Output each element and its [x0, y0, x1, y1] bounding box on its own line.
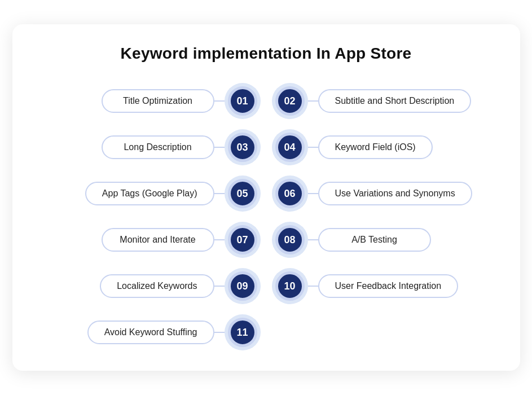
right-cell-2: 06 Use Variations and Synonyms: [266, 175, 498, 212]
connector: [308, 193, 318, 194]
connector: [214, 193, 225, 194]
connector-line: [214, 193, 225, 194]
circle-badge: 03: [228, 133, 257, 162]
connector-line: [308, 193, 318, 194]
connector-line: [214, 286, 225, 287]
item-label: Monitor and Iterate: [102, 228, 214, 252]
connector-line: [214, 100, 225, 102]
circle-badge: 10: [275, 271, 305, 301]
item-label: Localized Keywords: [100, 274, 214, 298]
list-item: 02 Subtitle and Short Description: [272, 83, 472, 119]
connector: [308, 147, 318, 148]
connector-line: [308, 239, 318, 240]
circle-badge: 08: [275, 225, 305, 254]
right-cell-0: 02 Subtitle and Short Description: [266, 83, 498, 119]
circle-badge: 04: [275, 133, 305, 162]
list-item: Monitor and Iterate 07: [102, 222, 261, 258]
list-item: 06 Use Variations and Synonyms: [272, 175, 472, 212]
item-label: User Feedback Integration: [318, 274, 459, 298]
connector: [214, 332, 225, 333]
circle-badge: 05: [228, 179, 257, 208]
items-grid: Title Optimization 01 02 Su: [35, 83, 498, 350]
item-label: Keyword Field (iOS): [318, 135, 433, 159]
circle-outer: 05: [225, 175, 261, 212]
left-cell-2: App Tags (Google Play) 05: [35, 175, 266, 212]
list-item: Localized Keywords 09: [100, 268, 260, 304]
circle-outer: 10: [272, 268, 308, 304]
left-cell-1: Long Description 03: [35, 129, 266, 165]
list-item: Title Optimization 01: [102, 83, 261, 119]
connector-line: [308, 100, 318, 102]
connector: [308, 286, 318, 287]
left-cell-4: Localized Keywords 09: [35, 268, 266, 304]
circle-outer: 11: [225, 314, 261, 350]
right-cell-4: 10 User Feedback Integration: [266, 268, 498, 304]
connector-line: [308, 147, 318, 148]
item-label: A/B Testing: [318, 228, 431, 252]
circle-badge: 06: [275, 179, 305, 208]
circle-outer: 08: [272, 222, 308, 258]
item-label: Avoid Keyword Stuffing: [87, 321, 214, 344]
connector-line: [214, 332, 225, 333]
list-item: Avoid Keyword Stuffing 11: [87, 314, 261, 350]
connector: [214, 239, 225, 240]
item-label: Use Variations and Synonyms: [318, 182, 472, 205]
main-card: Keyword implementation In App Store Titl…: [12, 24, 520, 371]
circle-badge: 01: [228, 86, 257, 116]
connector-line: [308, 286, 318, 287]
item-label: Long Description: [102, 135, 214, 159]
page-title: Keyword implementation In App Store: [35, 45, 498, 63]
item-label: Title Optimization: [102, 89, 214, 113]
item-label: App Tags (Google Play): [85, 182, 214, 205]
left-cell-3: Monitor and Iterate 07: [35, 222, 266, 258]
right-cell-5: [266, 314, 498, 350]
connector: [214, 147, 225, 148]
connector: [214, 286, 225, 287]
right-cell-1: 04 Keyword Field (iOS): [266, 129, 498, 165]
connector-line: [214, 147, 225, 148]
list-item: Long Description 03: [102, 129, 261, 165]
circle-outer: 03: [225, 129, 261, 165]
circle-outer: 09: [225, 268, 261, 304]
left-cell-5: Avoid Keyword Stuffing 11: [35, 314, 266, 350]
list-item: 04 Keyword Field (iOS): [272, 129, 433, 165]
left-cell-0: Title Optimization 01: [35, 83, 266, 119]
circle-badge: 02: [275, 86, 305, 116]
circle-outer: 02: [272, 83, 308, 119]
list-item: App Tags (Google Play) 05: [85, 175, 261, 212]
circle-badge: 09: [228, 271, 257, 301]
connector-line: [214, 239, 225, 240]
circle-outer: 06: [272, 175, 308, 212]
circle-badge: 07: [228, 225, 257, 254]
circle-outer: 07: [225, 222, 261, 258]
connector: [214, 100, 225, 102]
list-item: 08 A/B Testing: [272, 222, 431, 258]
right-cell-3: 08 A/B Testing: [266, 222, 498, 258]
circle-outer: 04: [272, 129, 308, 165]
item-label: Subtitle and Short Description: [318, 89, 472, 113]
connector: [308, 239, 318, 240]
connector: [308, 100, 318, 102]
list-item: 10 User Feedback Integration: [272, 268, 459, 304]
circle-outer: 01: [225, 83, 261, 119]
circle-badge: 11: [228, 318, 257, 347]
